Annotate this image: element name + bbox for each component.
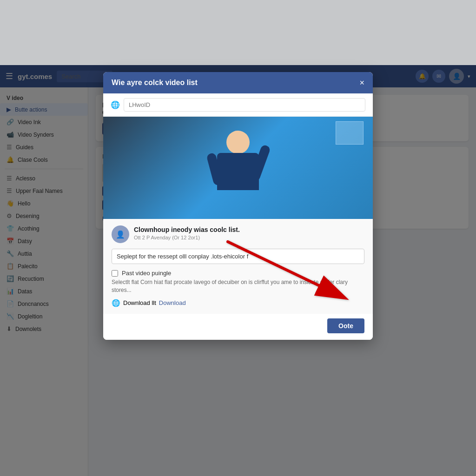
post-avatar: 👤: [112, 225, 129, 243]
modal-title: Wie ayre colck video list: [112, 79, 198, 87]
download-link[interactable]: Download: [159, 299, 186, 306]
post-details: Clownhoup ineody wias coolc list. Ott 2 …: [134, 225, 240, 240]
modal-search-bar: 🌐: [103, 93, 373, 117]
background-window: [336, 121, 364, 145]
modal-footer: Oote: [103, 314, 373, 340]
video-image: [103, 117, 373, 219]
past-video-checkbox[interactable]: [112, 270, 118, 277]
globe-icon: 🌐: [111, 100, 120, 109]
download-link-row: 🌐 Download llt Download: [112, 299, 364, 307]
modal-close-button[interactable]: ×: [359, 79, 364, 87]
done-button[interactable]: Oote: [327, 318, 364, 333]
checkbox-text: Past video puingle: [122, 270, 171, 277]
download-globe-icon: 🌐: [112, 299, 120, 307]
post-title: Clownhoup ineody wias coolc list.: [134, 225, 240, 234]
video-modal: Wie ayre colck video list × 🌐 👤 Clownhou…: [103, 72, 373, 340]
modal-search-input[interactable]: [124, 98, 365, 112]
video-thumbnail: [103, 117, 373, 219]
helper-text: Selectlt flat Corn hiat flat procate lav…: [112, 278, 364, 294]
download-prefix-text: Download llt: [123, 299, 156, 306]
select-field[interactable]: Seplept for the ressept olll conplay .lo…: [112, 249, 364, 264]
post-info: 👤 Clownhoup ineody wias coolc list. Ott …: [112, 225, 364, 243]
checkbox-label[interactable]: Past video puingle: [112, 270, 364, 277]
person-figure: [201, 126, 275, 210]
post-meta: Ott 2 P Avenday (Or 12 2or1): [134, 235, 240, 240]
checkbox-section: Past video puingle Selectlt flat Corn hi…: [112, 270, 364, 294]
modal-header: Wie ayre colck video list ×: [103, 72, 373, 93]
person-head: [226, 131, 250, 154]
modal-body: 👤 Clownhoup ineody wias coolc list. Ott …: [103, 219, 373, 314]
